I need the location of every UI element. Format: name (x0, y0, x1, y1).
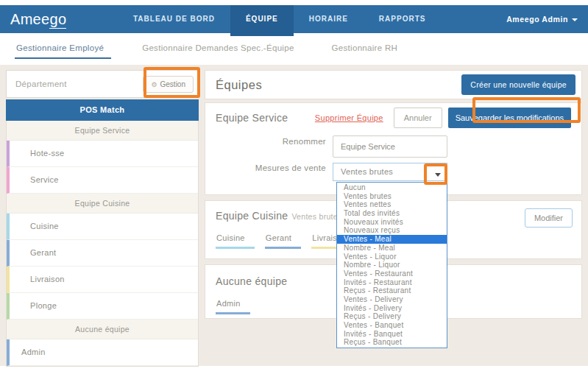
dropdown-option[interactable]: Ventes - Restaurant (337, 269, 447, 278)
dropdown-option[interactable]: Ventes - Banquet (337, 321, 447, 330)
dropdown-option-highlighted[interactable]: Ventes - Meal (337, 235, 447, 244)
nav-item-rapports[interactable]: RAPPORTS (364, 5, 442, 33)
tag-gerant: Gerant (265, 233, 301, 249)
nav-item-horaire[interactable]: HORAIRE (294, 5, 364, 33)
measure-select[interactable]: Ventes brutes (333, 163, 447, 181)
rename-label: Renommer (205, 137, 326, 146)
cancel-button[interactable]: Annuler (394, 108, 442, 128)
sidebar-item-plonge[interactable]: Plonge (7, 293, 198, 320)
save-button[interactable]: Sauvegarder les modifications (448, 108, 571, 128)
chevron-down-icon (572, 18, 578, 21)
dropdown-option[interactable]: Total des invités (337, 209, 447, 218)
edit-panel-header: Equipe Service Supprimer Équipe Annuler … (205, 103, 581, 133)
tab-gestionnaire-demandes[interactable]: Gestionnaire Demandes Spec.-Équipe (142, 43, 300, 59)
dropdown-option[interactable]: Nouveaux reçus (337, 226, 447, 235)
page-title: Équipes (205, 78, 262, 92)
sidebar-item-hote-sse[interactable]: Hote-sse (7, 141, 198, 167)
sidebar-item-service[interactable]: Service (7, 167, 198, 194)
measure-select-value: Ventes brutes (333, 163, 447, 180)
measure-dropdown-list: Aucun Ventes brutes Ventes nettes Total … (336, 182, 447, 348)
gear-icon: ⚙ (151, 81, 157, 88)
delete-team-link[interactable]: Supprimer Équipe (315, 113, 383, 122)
ameego-logo[interactable]: Ameego (10, 5, 66, 33)
aucune-equipe-title: Aucune équipe (216, 275, 287, 287)
dropdown-option[interactable]: Reçus - Restaurant (337, 286, 447, 295)
sidebar-item-cuisine[interactable]: Cuisine (7, 214, 198, 240)
section-header-aucune-equipe: Aucune équipe (7, 320, 198, 339)
tab-gestionnaire-rh[interactable]: Gestionnaire RH (332, 43, 405, 59)
sidebar-item-admin[interactable]: Admin (7, 339, 198, 366)
user-menu-label: Ameego Admin (506, 15, 568, 24)
pos-match-header: POS Match (6, 99, 199, 121)
tag-admin: Admin (216, 299, 250, 314)
nav-item-equipe[interactable]: ÉQUIPE (230, 5, 294, 36)
rename-input[interactable] (333, 135, 447, 158)
create-team-button[interactable]: Créer une nouvelle équipe (461, 74, 575, 95)
tab-gestionnaire-employe[interactable]: Gestionnaire Employé (15, 43, 111, 59)
nav-item-tableau-de-bord[interactable]: TABLEAU DE BORD (118, 5, 230, 33)
aucune-equipe-tag-row: Admin (216, 299, 261, 314)
dropdown-option[interactable]: Nombre - Liquor (337, 261, 447, 269)
sidebar-item-gerant[interactable]: Gerant (7, 240, 198, 267)
dropdown-option[interactable]: Aucun (337, 183, 447, 192)
dropdown-option[interactable]: Nombre - Meal (337, 244, 447, 253)
dropdown-option[interactable]: Invités - Banquet (337, 330, 447, 339)
dropdown-option[interactable]: Reçus - Delivery (337, 312, 447, 321)
department-label: Département (7, 80, 67, 88)
dropdown-option[interactable]: Ventes - Liquor (337, 253, 447, 261)
measure-row: Mesures de vente Ventes brutes (205, 163, 581, 172)
dropdown-option[interactable]: Nouveaux invités (337, 218, 447, 227)
section-header-equipe-cuisine: Equipe Cuisine (7, 194, 198, 214)
tag-cuisine: Cuisine (216, 233, 255, 249)
cuisine-panel-subtitle: Ventes brutes (291, 212, 341, 221)
user-menu[interactable]: Ameego Admin (506, 5, 578, 33)
page-tabs: Gestionnaire Employé Gestionnaire Demand… (15, 43, 435, 59)
modify-button[interactable]: Modifier (525, 208, 573, 228)
dropdown-option[interactable]: Invités - Delivery (337, 304, 447, 313)
dropdown-option[interactable]: Reçus - Banquet (337, 338, 447, 347)
section-header-equipe-service: Equipe Service (7, 121, 198, 141)
equipes-header-panel: Équipes Créer une nouvelle équipe (205, 70, 582, 99)
edit-panel-title: Equipe Service (205, 112, 288, 124)
cuisine-panel-title: Equipe CuisineVentes brutes (216, 210, 342, 222)
app-window: Ameego TABLEAU DE BORD ÉQUIPE HORAIRE RA… (0, 0, 588, 377)
cuisine-title-text: Equipe Cuisine (216, 210, 288, 222)
top-navbar: Ameego TABLEAU DE BORD ÉQUIPE HORAIRE RA… (0, 5, 588, 33)
department-sidebar: Département ⚙Gestion POS Match Equipe Se… (6, 70, 199, 367)
select-dropdown-arrow-icon[interactable] (431, 166, 444, 179)
rename-row: Renommer (205, 137, 581, 146)
department-header-row: Département ⚙Gestion (6, 70, 199, 98)
logo-text: Amee (10, 11, 49, 27)
gestion-button-label: Gestion (160, 80, 185, 88)
logo-text-underlined: go (49, 11, 66, 29)
dropdown-option[interactable]: Invités - Restaurant (337, 278, 447, 287)
sidebar-item-livraison[interactable]: Livraison (7, 267, 198, 293)
measure-label: Mesures de vente (205, 163, 326, 172)
team-list: Equipe Service Hote-sse Service Equipe C… (6, 121, 199, 367)
gestion-button[interactable]: ⚙Gestion (143, 76, 194, 93)
dropdown-option[interactable]: Ventes nettes (337, 200, 447, 209)
main-nav: TABLEAU DE BORD ÉQUIPE HORAIRE RAPPORTS (118, 5, 441, 36)
dropdown-option[interactable]: Ventes brutes (337, 192, 447, 201)
dropdown-option[interactable]: Ventes - Delivery (337, 295, 447, 304)
